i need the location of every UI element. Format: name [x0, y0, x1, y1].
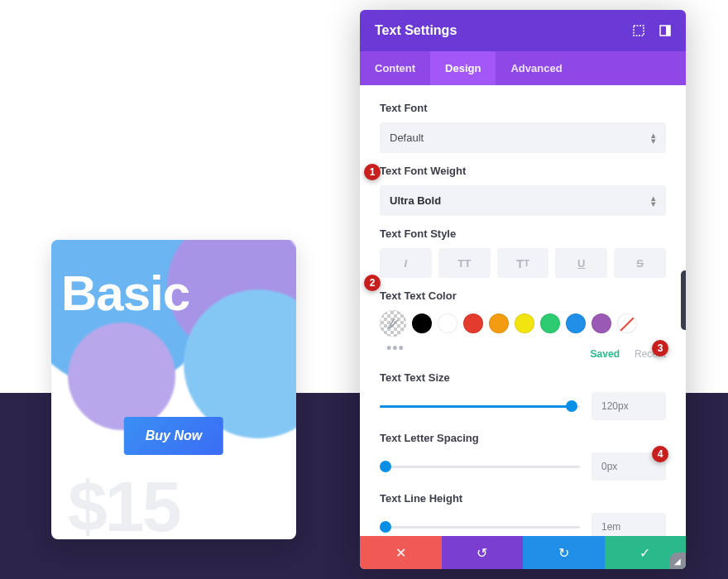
underline-toggle[interactable]: U: [555, 248, 607, 278]
swatch-red[interactable]: [463, 313, 483, 333]
callout-2: 2: [364, 275, 381, 291]
expand-icon[interactable]: [633, 25, 644, 36]
swatch-yellow[interactable]: [515, 313, 534, 333]
smallcaps-toggle[interactable]: TT: [497, 248, 549, 278]
plan-price: $15: [68, 466, 180, 539]
panel-footer: ✕ ↺ ↻ ✓ ◢: [360, 536, 686, 569]
swatch-purple[interactable]: [592, 313, 611, 333]
text-font-weight-select[interactable]: Ultra Bold ▴▾: [380, 185, 666, 216]
tab-design[interactable]: Design: [430, 51, 496, 85]
panel-body: Text Font Default ▴▾ Text Font Weight Ul…: [360, 85, 686, 536]
text-font-label: Text Font: [380, 102, 666, 114]
font-style-toggle-group: I TT TT U S: [380, 248, 666, 278]
swatch-none[interactable]: [617, 313, 637, 333]
tab-advanced[interactable]: Advanced: [496, 51, 577, 85]
panel-tabs: Content Design Advanced: [360, 51, 686, 85]
line-height-value[interactable]: 1em: [592, 513, 666, 536]
undo-button[interactable]: ↺: [442, 536, 524, 569]
swatch-transparent[interactable]: [380, 310, 406, 337]
dock-icon[interactable]: [659, 25, 671, 36]
plan-title: Basic: [61, 265, 189, 322]
line-height-label: Text Line Height: [380, 492, 666, 505]
swatch-white[interactable]: [438, 313, 457, 333]
swatch-black[interactable]: [412, 313, 432, 333]
text-font-style-label: Text Font Style: [380, 227, 666, 240]
color-tab-saved[interactable]: Saved: [591, 348, 620, 360]
svg-rect-2: [666, 26, 670, 36]
buy-now-button[interactable]: Buy Now: [124, 417, 223, 455]
resize-handle-icon[interactable]: ◢: [669, 553, 686, 569]
caret-icon: ▴▾: [651, 195, 656, 207]
text-font-value: Default: [390, 132, 424, 144]
text-color-label: Text Text Color: [380, 290, 666, 302]
pricing-card-preview: Basic Buy Now $15: [51, 240, 296, 539]
scroll-indicator[interactable]: [681, 270, 686, 330]
swatch-orange[interactable]: [489, 313, 509, 333]
text-font-weight-label: Text Font Weight: [380, 165, 666, 177]
uppercase-toggle[interactable]: TT: [438, 248, 491, 278]
swatch-green[interactable]: [540, 313, 560, 333]
text-size-value[interactable]: 120px: [592, 392, 666, 420]
callout-4: 4: [652, 446, 668, 462]
text-font-select[interactable]: Default ▴▾: [380, 122, 666, 153]
color-swatch-row: [380, 310, 666, 337]
cancel-button[interactable]: ✕: [360, 536, 442, 569]
redo-button[interactable]: ↻: [523, 536, 605, 569]
save-button[interactable]: ✓ ◢: [605, 536, 687, 569]
panel-title: Text Settings: [375, 23, 457, 38]
svg-rect-0: [634, 26, 644, 36]
text-font-weight-value: Ultra Bold: [390, 194, 441, 207]
line-height-slider[interactable]: [380, 526, 580, 529]
callout-3: 3: [652, 340, 668, 356]
italic-toggle[interactable]: I: [380, 248, 432, 278]
strikethrough-toggle[interactable]: S: [614, 248, 666, 278]
text-settings-panel: Text Settings Content Design Advanced Te…: [360, 10, 686, 569]
text-size-slider[interactable]: [380, 405, 580, 408]
letter-spacing-label: Text Letter Spacing: [380, 432, 666, 444]
letter-spacing-slider[interactable]: [380, 466, 580, 468]
panel-header: Text Settings: [360, 10, 686, 51]
swatch-blue[interactable]: [566, 313, 586, 333]
text-size-label: Text Text Size: [380, 371, 666, 384]
tab-content[interactable]: Content: [360, 51, 430, 85]
caret-icon: ▴▾: [651, 132, 656, 144]
more-colors-icon[interactable]: •••: [380, 340, 405, 357]
callout-1: 1: [364, 164, 381, 180]
